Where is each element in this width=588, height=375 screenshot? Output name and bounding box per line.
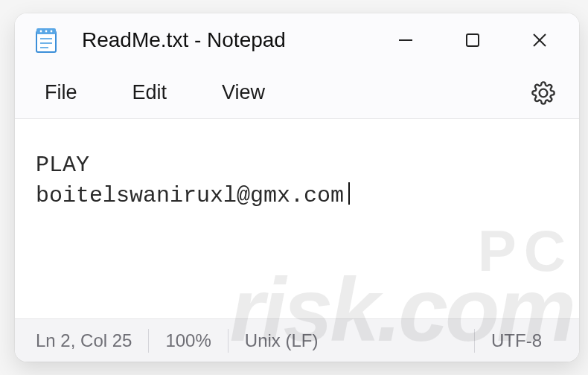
menubar: File Edit View [15, 67, 579, 119]
minimize-button[interactable] [372, 13, 439, 67]
notepad-icon [33, 22, 60, 58]
gear-icon [531, 81, 555, 105]
status-zoom[interactable]: 100% [149, 330, 227, 351]
close-icon [531, 31, 549, 49]
settings-button[interactable] [523, 72, 564, 114]
titlebar[interactable]: ReadMe.txt - Notepad [15, 13, 579, 67]
notepad-window: ReadMe.txt - Notepad File Edit View [15, 13, 579, 362]
maximize-icon [464, 32, 481, 48]
svg-rect-0 [36, 31, 56, 52]
editor-line-2: boitelswaniruxl@gmx.com [36, 181, 558, 211]
window-controls [372, 13, 573, 67]
svg-point-4 [51, 31, 53, 33]
status-line-ending: Unix (LF) [229, 330, 335, 351]
menu-edit[interactable]: Edit [118, 75, 182, 110]
maximize-button[interactable] [439, 13, 506, 67]
statusbar: Ln 2, Col 25 100% Unix (LF) UTF-8 [15, 318, 579, 362]
svg-point-3 [45, 31, 48, 33]
svg-rect-9 [467, 34, 479, 46]
text-editor[interactable]: PLAY boitelswaniruxl@gmx.com [15, 119, 579, 318]
menu-view[interactable]: View [207, 75, 280, 110]
editor-line-2-text: boitelswaniruxl@gmx.com [36, 183, 344, 208]
minimize-icon [397, 31, 415, 49]
editor-line-1: PLAY [36, 150, 558, 181]
text-caret [348, 182, 350, 205]
svg-point-2 [40, 31, 42, 33]
close-button[interactable] [506, 13, 573, 67]
status-position: Ln 2, Col 25 [36, 330, 148, 351]
menu-file[interactable]: File [30, 75, 92, 110]
window-title: ReadMe.txt - Notepad [82, 28, 286, 52]
status-encoding: UTF-8 [475, 330, 558, 351]
